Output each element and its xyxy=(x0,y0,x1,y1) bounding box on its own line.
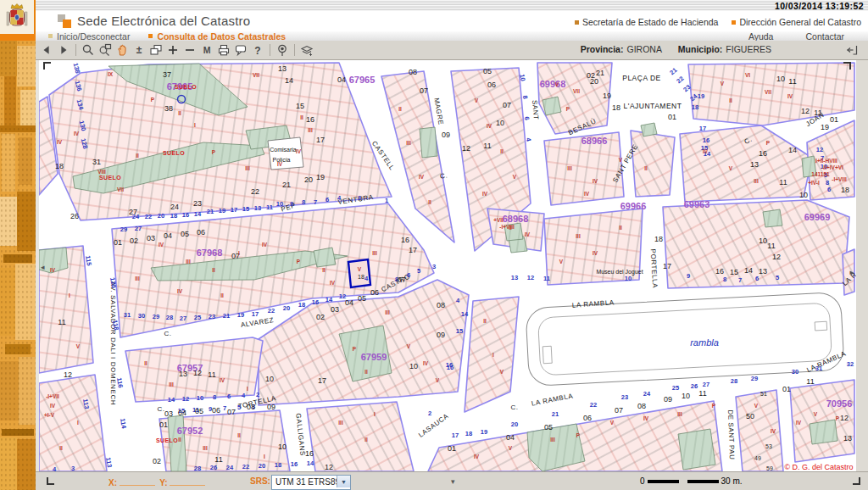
map-label: 38 xyxy=(164,104,173,113)
map-label: IV xyxy=(525,231,531,237)
map-label: 18 xyxy=(465,430,472,437)
print-icon[interactable] xyxy=(216,42,231,58)
menu-consulta[interactable]: Consulta de Datos Catastrales xyxy=(148,31,286,42)
pan-down-icon[interactable]: ▾ xyxy=(451,478,455,486)
menu-contactar[interactable]: Contactar xyxy=(805,31,844,42)
map-label: 7 xyxy=(314,198,317,206)
map-label: P xyxy=(836,415,840,421)
map-label: VII xyxy=(765,89,771,95)
back-icon[interactable] xyxy=(39,42,54,58)
map-label: 04 xyxy=(345,298,353,307)
map-label: 21 xyxy=(223,312,230,320)
map-label: 25 xyxy=(672,384,679,392)
map-label: 24 xyxy=(170,203,179,211)
map-label: II xyxy=(644,165,648,171)
map-label: 19 xyxy=(481,428,487,436)
map-label: 06 xyxy=(370,288,379,297)
zoom-icon[interactable] xyxy=(81,42,96,58)
map-label: IV xyxy=(177,288,183,294)
map-label: 17 xyxy=(452,432,459,439)
map-label: 19 xyxy=(237,311,244,319)
cadastral-map-viewport[interactable]: CASTELLVENTURAPEPMAGRESANTBESALÚJOANC.PO… xyxy=(39,60,856,471)
locate-pin-icon[interactable] xyxy=(275,42,290,58)
map-label: IV xyxy=(50,267,56,273)
zoom-in-icon[interactable] xyxy=(165,42,181,58)
link-direccion[interactable]: Dirección General del Catastro xyxy=(732,17,861,27)
map-label: 16 xyxy=(401,236,409,244)
map-label: 11 xyxy=(814,109,821,117)
map-label: 11 xyxy=(788,77,796,86)
srs-select[interactable]: UTM 31 ETRS89 ▼ xyxy=(271,475,351,490)
layers-icon[interactable] xyxy=(299,42,314,58)
map-label: I xyxy=(69,292,70,298)
map-label: +IV-I xyxy=(808,180,820,186)
pan-left-icon[interactable]: ◂ xyxy=(41,264,45,271)
map-label: 01 xyxy=(159,420,168,429)
map-label: PLAÇA DE xyxy=(622,74,661,82)
map-label: 09 xyxy=(664,395,672,404)
map-label: V xyxy=(555,81,559,87)
map-label: 53 xyxy=(765,443,772,449)
map-label: 9 xyxy=(290,200,293,208)
map-label: 12 xyxy=(325,463,333,471)
map-label: 18 xyxy=(358,274,364,280)
map-label: 59 xyxy=(766,465,773,471)
map-label: 02 xyxy=(130,237,138,245)
map-label: 6 xyxy=(755,275,759,282)
scale-segment xyxy=(687,480,719,483)
help-icon[interactable]: ? xyxy=(250,42,265,58)
map-corner-mark xyxy=(43,62,51,70)
bullet-icon xyxy=(575,20,579,25)
menu-ayuda[interactable]: Ayuda xyxy=(748,31,774,42)
map-label: 9 xyxy=(687,272,690,280)
map-label: IV xyxy=(159,242,164,248)
map-label: 12 xyxy=(801,107,810,115)
map-label: 17 xyxy=(252,310,259,318)
forward-icon[interactable] xyxy=(56,42,71,58)
map-label: 24 xyxy=(643,390,651,398)
map-label: VI xyxy=(745,72,750,78)
pan-hand-icon[interactable] xyxy=(114,42,130,58)
map-label: 26 xyxy=(70,212,79,220)
windows-icon[interactable] xyxy=(148,42,164,58)
map-label: III xyxy=(550,437,555,443)
measure-icon[interactable]: M xyxy=(199,42,214,58)
map-label: 16 xyxy=(305,449,314,458)
map-label: 07 xyxy=(503,101,511,109)
map-label: II xyxy=(220,292,224,298)
collapse-panel-icon[interactable] xyxy=(844,42,860,58)
map-label: V xyxy=(559,259,564,264)
link-secretaria[interactable]: Secretaría de Estado de Hacienda xyxy=(575,17,719,27)
map-label: 7 xyxy=(223,404,226,412)
separator xyxy=(75,44,76,56)
map-label: 17 xyxy=(231,206,237,214)
map-label: 3 xyxy=(358,194,361,202)
map-label: 20 xyxy=(304,175,313,184)
map-label: 69966 xyxy=(620,201,647,211)
map-label: IV xyxy=(57,139,63,145)
map-label: 27 xyxy=(129,208,137,216)
map-label: V xyxy=(76,343,81,349)
map-label: 67968 xyxy=(197,248,223,258)
map-label: III xyxy=(406,140,411,146)
map-label: 10 xyxy=(625,275,632,282)
map-label: 15 xyxy=(730,268,738,276)
menu-inicio[interactable]: Inicio/Desconectar xyxy=(48,31,130,42)
map-label: P xyxy=(297,259,301,264)
map-label: SUELO xyxy=(163,150,185,156)
map-label: 02 xyxy=(153,457,161,465)
map-label: II xyxy=(364,369,368,375)
map-label: 11 xyxy=(483,142,491,150)
map-label: 31 xyxy=(124,311,131,319)
map-label: P xyxy=(712,403,716,409)
zoom-window-icon[interactable] xyxy=(97,42,113,58)
feedback-bubble-icon[interactable] xyxy=(233,42,248,58)
chevron-down-icon[interactable]: ▼ xyxy=(337,476,350,487)
pan-right-icon[interactable]: ▸ xyxy=(849,269,854,276)
statusbar: X: Y: ▾ SRS: UTM 31 ETRS89 ▼ 0 30 m. xyxy=(36,471,868,490)
map-label: SUELO xyxy=(99,175,121,181)
map-label: +I-V xyxy=(44,412,55,418)
zoom-updown-icon[interactable]: ± xyxy=(131,42,147,58)
zoom-out-icon[interactable] xyxy=(182,42,198,58)
map-label: 17 xyxy=(316,136,325,144)
